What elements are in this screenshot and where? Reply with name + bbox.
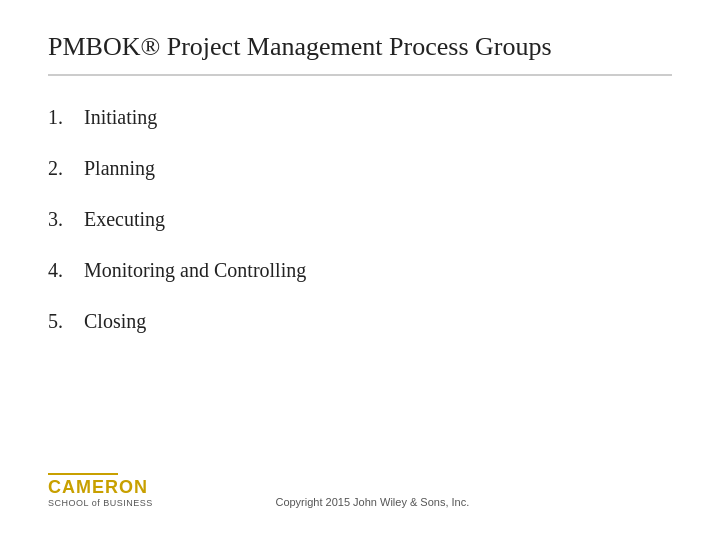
list-item: 3.Executing	[48, 208, 672, 231]
logo-cameron: CAMERON	[48, 477, 148, 498]
list-text-2: Planning	[84, 157, 155, 180]
logo-subtitle: SCHOOL of BUSINESS	[48, 498, 153, 508]
logo-line	[48, 473, 118, 475]
content-section: 1.Initiating2.Planning3.Executing4.Monit…	[48, 96, 672, 465]
list-text-1: Initiating	[84, 106, 157, 129]
list-number-4: 4.	[48, 259, 84, 282]
list-text-3: Executing	[84, 208, 165, 231]
copyright-text: Copyright 2015 John Wiley & Sons, Inc.	[153, 496, 592, 508]
logo-section: CAMERON SCHOOL of BUSINESS	[48, 473, 153, 508]
list-number-1: 1.	[48, 106, 84, 129]
list-text-4: Monitoring and Controlling	[84, 259, 306, 282]
list-number-2: 2.	[48, 157, 84, 180]
list-item: 1.Initiating	[48, 106, 672, 129]
list-text-5: Closing	[84, 310, 146, 333]
list-item: 5.Closing	[48, 310, 672, 333]
footer: CAMERON SCHOOL of BUSINESS Copyright 201…	[48, 465, 672, 508]
list-item: 4.Monitoring and Controlling	[48, 259, 672, 282]
slide-title: PMBOK® Project Management Process Groups	[48, 32, 672, 62]
list-number-3: 3.	[48, 208, 84, 231]
title-section: PMBOK® Project Management Process Groups	[48, 32, 672, 76]
list-item: 2.Planning	[48, 157, 672, 180]
list-number-5: 5.	[48, 310, 84, 333]
slide: PMBOK® Project Management Process Groups…	[0, 0, 720, 540]
